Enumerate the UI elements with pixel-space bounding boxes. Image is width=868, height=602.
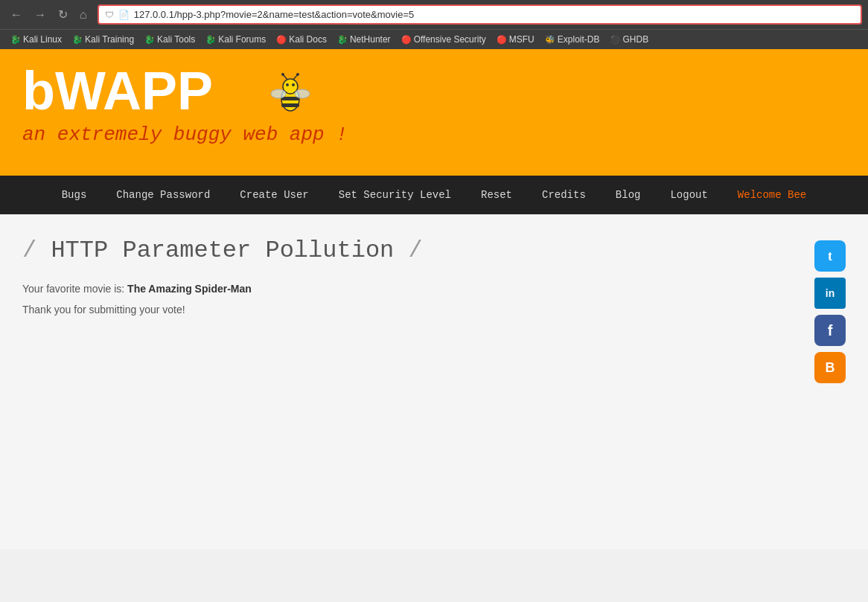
bookmark-kali-forums[interactable]: 🐉 Kali Forums [201,33,270,46]
address-bar[interactable]: 🛡 📄 127.0.0.1/hpp-3.php?movie=2&name=tes… [98,4,862,25]
title-slash-left: / [22,237,36,264]
bookmark-kali-forums-label: Kali Forums [218,34,266,45]
nav-credits[interactable]: Credits [527,176,601,214]
bookmark-exploit-db[interactable]: 🐝 Exploit-DB [540,33,604,46]
facebook-button[interactable]: f [814,315,846,346]
bookmark-kali-linux[interactable]: 🐉 Kali Linux [6,33,66,46]
nav-logout[interactable]: Logout [655,176,722,214]
msfu-icon: 🔴 [497,35,507,45]
kali-training-icon: 🐉 [72,35,83,45]
svg-point-10 [271,89,286,98]
bookmark-kali-docs[interactable]: 🔴 Kali Docs [272,33,331,46]
nethunter-icon: 🐉 [337,35,348,45]
url-text: 127.0.0.1/hpp-3.php?movie=2&name=test&ac… [134,9,415,20]
facebook-icon: f [828,322,833,339]
kali-linux-icon: 🐉 [10,35,21,45]
svg-point-9 [296,73,299,76]
svg-point-4 [286,83,289,86]
page-title-text: HTTP Parameter Pollution [51,237,394,264]
kali-docs-icon: 🔴 [276,35,287,45]
title-slash-right: / [408,237,422,264]
bookmark-offensive-security-label: Offensive Security [414,34,486,45]
movie-name: The Amazing Spider-Man [127,283,252,295]
svg-point-5 [292,83,295,86]
kali-tools-icon: 🐉 [144,35,155,45]
exploit-db-icon: 🐝 [545,35,555,45]
logo-b: b [22,64,55,118]
bookmark-kali-training-label: Kali Training [85,34,134,45]
page-title: / HTTP Parameter Pollution / [22,237,814,264]
ghdb-icon: ⚫ [610,35,620,45]
favorite-movie-line: Your favorite movie is: The Amazing Spid… [22,283,814,295]
home-button[interactable]: ⌂ [75,7,92,23]
bookmark-msfu-label: MSFU [509,34,534,45]
bee-decoration [268,73,313,121]
back-button[interactable]: ← [6,7,27,23]
svg-point-7 [281,73,284,76]
logo-wapp: WAPP [55,64,213,118]
bookmark-ghdb-label: GHDB [622,34,648,45]
svg-rect-1 [281,97,299,100]
thank-you-message: Thank you for submitting your vote! [22,304,814,316]
bookmark-kali-docs-label: Kali Docs [289,34,327,45]
bookmark-offensive-security[interactable]: 🔴 Offensive Security [397,33,491,46]
bookmark-kali-tools[interactable]: 🐉 Kali Tools [140,33,200,46]
nav-change-password[interactable]: Change Password [101,176,225,214]
bookmark-kali-training[interactable]: 🐉 Kali Training [68,33,138,46]
nav-create-user[interactable]: Create User [225,176,323,214]
bookmark-msfu[interactable]: 🔴 MSFU [492,33,539,46]
twitter-button[interactable]: t [814,240,846,272]
address-bar-container: 🛡 📄 127.0.0.1/hpp-3.php?movie=2&name=tes… [98,4,862,25]
offensive-security-icon: 🔴 [401,35,412,45]
bwapp-logo: bWAPP [22,64,213,118]
svg-rect-2 [281,103,299,107]
social-sidebar: t in f B [814,237,846,527]
twitter-icon: t [828,249,832,264]
nav-welcome[interactable]: Welcome Bee [723,176,821,214]
bookmarks-bar: 🐉 Kali Linux 🐉 Kali Training 🐉 Kali Tool… [0,29,868,49]
security-icon: 🛡 [105,10,114,20]
main-content: / HTTP Parameter Pollution / Your favori… [0,214,868,549]
linkedin-button[interactable]: in [814,278,846,309]
site-header: bWAPP [0,49,868,176]
nav-blog[interactable]: Blog [601,176,656,214]
favorite-label: Your favorite movie is: [22,283,124,295]
bookmark-kali-tools-label: Kali Tools [157,34,195,45]
svg-point-11 [295,89,310,98]
linkedin-icon: in [826,287,835,299]
kali-forums-icon: 🐉 [205,35,216,45]
bookmark-kali-linux-label: Kali Linux [23,34,62,45]
page-icon: 📄 [118,10,130,20]
nav-buttons: ← → ↻ ⌂ [6,6,92,23]
bookmark-ghdb[interactable]: ⚫ GHDB [605,33,653,46]
nav-set-security-level[interactable]: Set Security Level [324,176,466,214]
blogger-icon: B [826,360,835,376]
nav-reset[interactable]: Reset [466,176,527,214]
tagline: an extremely buggy web app ! [22,124,846,146]
browser-chrome: ← → ↻ ⌂ 🛡 📄 127.0.0.1/hpp-3.php?movie=2&… [0,0,868,29]
bookmark-nethunter[interactable]: 🐉 NetHunter [333,33,395,46]
nav-bugs[interactable]: Bugs [47,176,102,214]
reload-button[interactable]: ↻ [54,6,72,23]
bookmark-exploit-db-label: Exploit-DB [558,34,600,45]
blogger-button[interactable]: B [814,352,846,383]
main-nav: Bugs Change Password Create User Set Sec… [0,176,868,214]
content-area: / HTTP Parameter Pollution / Your favori… [22,237,814,527]
bookmark-nethunter-label: NetHunter [350,34,391,45]
forward-button[interactable]: → [30,7,51,23]
